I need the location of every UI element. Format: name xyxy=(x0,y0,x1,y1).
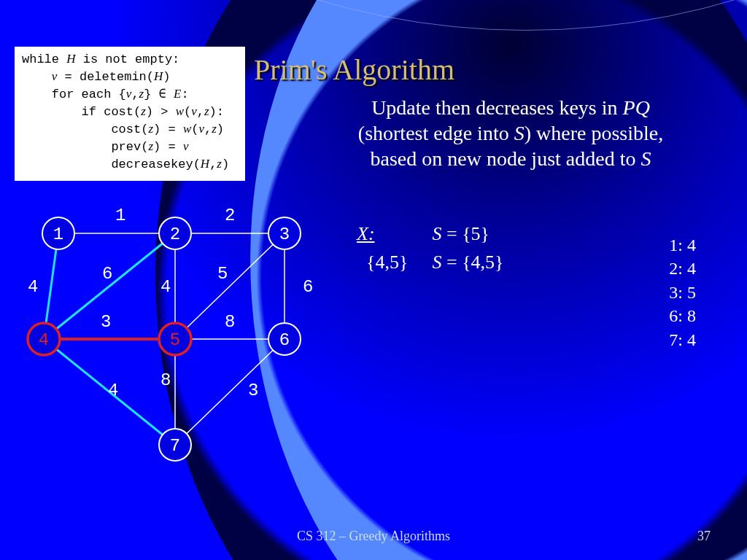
graph-edge xyxy=(175,339,285,445)
edge-weight: 3 xyxy=(248,381,258,400)
node-label: 6 xyxy=(279,330,290,350)
body-s2: S xyxy=(640,147,651,170)
node-label: 7 xyxy=(170,436,180,456)
dist-row: 2: 4 xyxy=(669,257,696,280)
slide-title: Prim's Algorithm xyxy=(254,52,454,87)
body-line2c: ) where possible, xyxy=(525,122,664,144)
edge-weight: 8 xyxy=(225,312,235,332)
pseudocode: while H is not empty: v = deletemin(H) f… xyxy=(15,47,245,181)
node-label: 1 xyxy=(53,225,63,244)
edge-weight: 6 xyxy=(102,264,112,284)
node-label: 2 xyxy=(170,225,180,244)
dist-row: 3: 5 xyxy=(669,281,696,304)
dist-row: 7: 4 xyxy=(669,328,696,351)
body-line2a: (shortest edge into xyxy=(358,122,514,144)
body-line3a: based on new node just added to xyxy=(371,147,641,170)
state-table: X: S = {5} {4,5} S = {4,5} xyxy=(355,219,527,277)
node-label: 5 xyxy=(170,330,180,350)
footer-text: CS 312 – Greedy Algorithms xyxy=(0,529,747,544)
body-s1: S xyxy=(514,122,525,144)
x-header: X: xyxy=(357,223,375,244)
edge-weight: 6 xyxy=(303,277,313,297)
edge-weight: 1 xyxy=(115,206,125,225)
edge-weight: 2 xyxy=(225,206,235,225)
graph: 1246456384831234567 xyxy=(22,204,328,467)
edge-weight: 8 xyxy=(160,370,171,390)
x-row: {4,5} xyxy=(366,252,408,273)
edge-weight: 4 xyxy=(28,277,38,297)
page-number: 37 xyxy=(697,529,711,544)
edge-weight: 4 xyxy=(160,277,171,297)
edge-weight: 4 xyxy=(108,381,118,400)
distance-list: 1: 4 2: 4 3: 5 6: 8 7: 4 xyxy=(669,233,696,351)
slide: Prim's Algorithm Update then decreases k… xyxy=(0,0,747,560)
slide-body: Update then decreases keys in PQ (shorte… xyxy=(314,95,708,171)
node-label: 4 xyxy=(39,330,49,350)
node-label: 3 xyxy=(279,225,290,244)
dist-row: 1: 4 xyxy=(669,233,696,257)
s-header: S xyxy=(432,223,441,244)
body-pq: PQ xyxy=(623,96,650,119)
edge-weight: 3 xyxy=(101,312,111,332)
edge-weight: 5 xyxy=(217,264,228,284)
dist-row: 6: 8 xyxy=(669,304,696,327)
body-line1a: Update then decreases keys in xyxy=(371,96,622,119)
